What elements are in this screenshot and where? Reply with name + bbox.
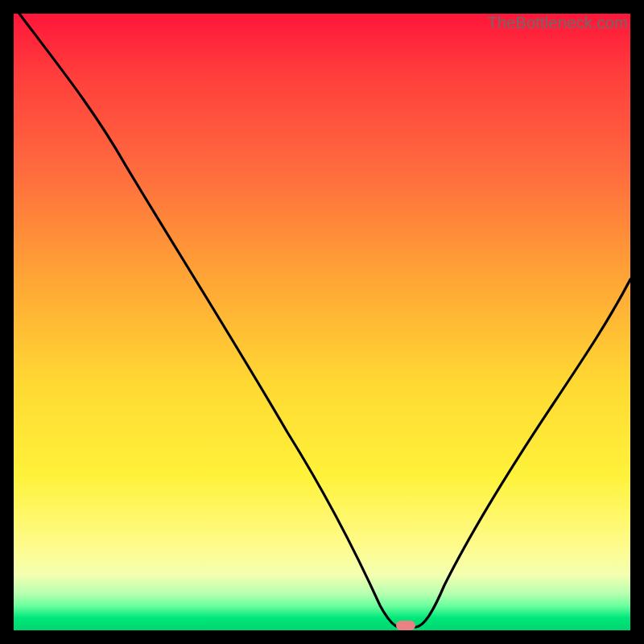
bottleneck-curve: [14, 14, 630, 630]
watermark-text: TheBottleneck.com: [487, 14, 628, 32]
plot-area: TheBottleneck.com: [14, 14, 630, 630]
optimal-point-marker: [396, 621, 415, 630]
chart-frame: TheBottleneck.com: [0, 0, 644, 644]
